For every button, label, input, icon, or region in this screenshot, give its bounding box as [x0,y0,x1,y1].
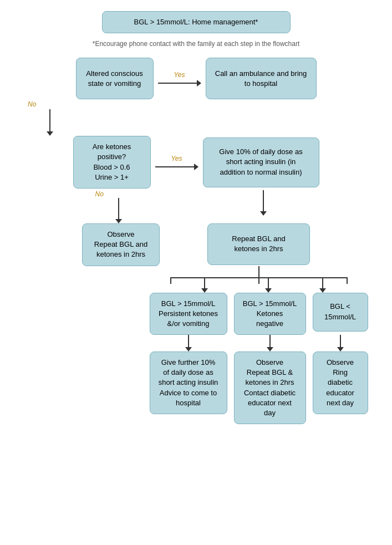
altered-box: Altered conscious state or vomiting [76,58,154,99]
start-box: BGL > 15mmol/L: Home management* [102,11,291,33]
yes-label-1: Yes [174,71,185,79]
further-10-box: Give further 10% of daily dose as short … [150,352,227,414]
repeat-bgl-box: Repeat BGL and ketones in 2hrs [207,223,310,265]
flowchart: BGL > 15mmol/L: Home management* *Encour… [11,11,381,424]
ambulance-label: Call an ambulance and bring to hospital [215,69,307,89]
yes-label-2: Yes [171,155,182,162]
start-label: BGL > 15mmol/L: Home management* [134,18,258,26]
insulin-label: Give 10% of daily dose as short acting i… [219,147,302,177]
bgl-persistent-box: BGL > 15mmol/L Persistent ketones &/or v… [150,293,227,335]
observe-contact-label: Observe Repeat BGL & ketones in 2hrs Con… [242,358,298,418]
ketones-box: Are ketones positive? Blood > 0.6 Urine … [73,136,151,189]
observe-contact-box: Observe Repeat BGL & ketones in 2hrs Con… [234,352,306,424]
bgl-ketones-neg-box: BGL > 15mmol/L Ketones negative [234,293,306,335]
subtitle: *Encourage phone contact with the family… [93,40,300,48]
altered-label: Altered conscious state or vomiting [86,69,143,89]
bgl-ketones-neg-label: BGL > 15mmol/L Ketones negative [242,299,298,329]
observe-repeat-label: Observe Repeat BGL and ketones in 2hrs [94,230,147,260]
ambulance-box: Call an ambulance and bring to hospital [206,58,317,99]
no-label-2: No [95,190,104,198]
bgl-less-label: BGL < 15mmol/L [321,302,360,322]
bgl-persistent-label: BGL > 15mmol/L Persistent ketones &/or v… [159,299,218,329]
repeat-bgl-label: Repeat BGL and ketones in 2hrs [232,234,285,254]
observe-ring-box: Observe Ring diabetic educator next day [313,352,368,414]
observe-repeat-box: Observe Repeat BGL and ketones in 2hrs [82,223,160,266]
page: BGL > 15mmol/L: Home management* *Encour… [0,0,392,545]
observe-ring-label: Observe Ring diabetic educator next day [321,358,360,408]
ketones-label: Are ketones positive? Blood > 0.6 Urine … [93,142,131,182]
further-10-label: Give further 10% of daily dose as short … [159,358,218,408]
insulin-box: Give 10% of daily dose as short acting i… [203,137,319,187]
bgl-less-box: BGL < 15mmol/L [313,293,368,332]
no-label-1: No [28,100,36,108]
